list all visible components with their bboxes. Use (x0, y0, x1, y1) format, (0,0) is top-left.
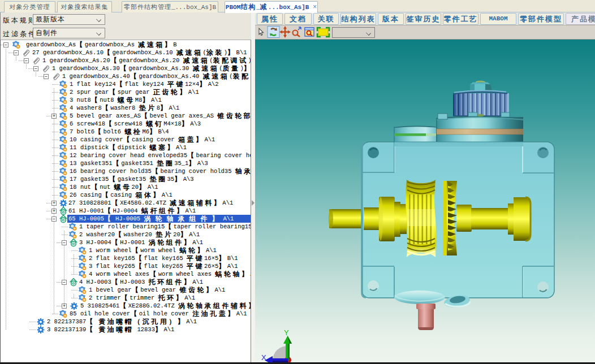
svg-text:Y: Y (284, 328, 289, 337)
svg-text:X: X (261, 353, 266, 362)
